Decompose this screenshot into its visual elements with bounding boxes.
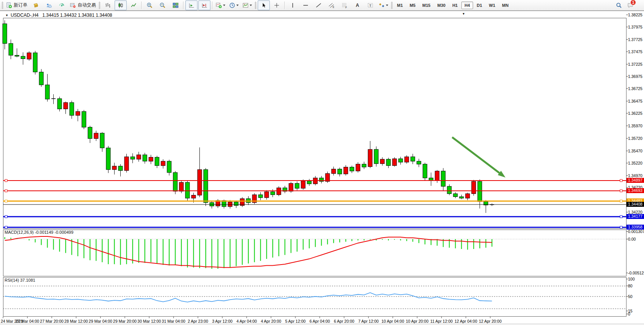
chat-button[interactable]: 1 <box>626 0 641 10</box>
timeframe-w1-button[interactable]: W1 <box>486 2 499 9</box>
timeframe-h1-button[interactable]: H1 <box>449 2 461 9</box>
rsi-axis-tick: 50 <box>628 294 633 299</box>
zoom-out-button[interactable] <box>156 0 169 10</box>
line-handle[interactable] <box>620 200 622 202</box>
chart-shift-button[interactable] <box>198 0 210 10</box>
signals-icon <box>59 2 65 8</box>
time-axis-label: 6 Apr 20:00 <box>334 319 354 323</box>
horizontal-line-button[interactable] <box>300 0 312 10</box>
trendline-icon <box>316 2 322 8</box>
time-axis-label: 10 Apr 04:00 <box>381 319 404 323</box>
search-button[interactable] <box>613 0 625 10</box>
toolbar-grip[interactable] <box>99 2 100 9</box>
line-handle[interactable] <box>620 179 622 182</box>
zoom-in-button[interactable] <box>143 0 156 10</box>
timeframe-m5-button[interactable]: M5 <box>406 2 418 9</box>
crosshair-button[interactable] <box>271 0 283 10</box>
tile-windows-button[interactable] <box>169 0 182 10</box>
new-order-button[interactable]: 新订单 <box>5 0 29 10</box>
templates-button[interactable] <box>241 0 253 10</box>
text-label-button[interactable]: T <box>364 0 376 10</box>
pane-frame <box>3 18 626 229</box>
time-axis-label: 27 Mar 04:00 <box>16 319 39 323</box>
chart-canvas[interactable] <box>0 11 644 325</box>
line-handle[interactable] <box>620 226 622 228</box>
horizontal-line-icon <box>303 2 309 8</box>
chevron-down-icon[interactable] <box>236 5 239 6</box>
mql5-icon <box>46 2 52 8</box>
price-axis-tick: 1.36725 <box>628 86 642 91</box>
macd-axis-tick: 0.001307 <box>628 229 644 234</box>
candlestick-icon <box>118 2 124 8</box>
crosshair-icon <box>274 2 280 8</box>
time-axis-label: 10 Apr 20:00 <box>406 319 429 323</box>
line-handle[interactable] <box>5 226 7 228</box>
price-axis-tick: 1.37975 <box>628 25 642 30</box>
chevron-down-icon[interactable] <box>386 5 388 6</box>
timeframe-h4-button[interactable]: H4 <box>461 2 473 9</box>
toolbar-grip[interactable] <box>2 2 3 9</box>
indicators-icon <box>216 2 222 8</box>
chart-shift-marker[interactable]: ▼ <box>462 12 465 16</box>
toolbar-grip[interactable] <box>391 2 393 9</box>
chevron-down-icon[interactable] <box>223 5 225 6</box>
timeframe-m1-button[interactable]: M1 <box>394 2 406 9</box>
zoom-in-icon <box>147 2 153 8</box>
line-chart-icon <box>131 2 137 8</box>
time-axis-label: 4 Apr 04:00 <box>236 319 257 323</box>
chart-window[interactable]: ▼ USDCAD-,H4 1.34415 1.34432 1.34381 1.3… <box>0 11 644 325</box>
mql5-community-button[interactable] <box>43 0 55 10</box>
price-axis-tick: 1.35470 <box>628 149 642 154</box>
time-axis-label: 5 Apr 12:00 <box>285 319 306 323</box>
bar-chart-button[interactable] <box>102 0 114 10</box>
timeframe-d1-button[interactable]: D1 <box>474 2 485 9</box>
price-axis-tick: 1.35720 <box>628 136 642 141</box>
chart-profile-button[interactable] <box>30 0 42 10</box>
chevron-down-icon[interactable] <box>250 5 252 6</box>
timeframe-m30-button[interactable]: M30 <box>434 2 448 9</box>
toolbar-grip[interactable] <box>255 2 257 9</box>
text-label-icon: T <box>367 2 373 8</box>
timeframe-mn-button[interactable]: MN <box>499 2 512 9</box>
periods-button[interactable] <box>228 0 240 10</box>
chart-title-bar: ▼ USDCAD-,H4 1.34415 1.34432 1.34381 1.3… <box>5 13 112 18</box>
auto-scroll-button[interactable] <box>185 0 198 10</box>
time-axis-label: 31 Mar 04:00 <box>162 319 185 323</box>
periods-icon <box>229 2 235 8</box>
line-chart-button[interactable] <box>128 0 140 10</box>
time-axis-label: 29 Mar 20:00 <box>113 319 137 323</box>
bar-chart-icon <box>105 2 111 8</box>
arrows-button[interactable] <box>377 0 390 10</box>
toolbar-separator <box>183 2 184 9</box>
rsi-axis-tick: 80 <box>628 284 633 289</box>
candlestick-chart-button[interactable] <box>115 0 127 10</box>
line-handle[interactable] <box>5 190 7 192</box>
chat-badge: 1 <box>630 0 636 5</box>
time-axis-label: 3 Apr 12:00 <box>212 319 233 323</box>
line-handle[interactable] <box>5 216 7 218</box>
price-axis-tick: 1.37725 <box>628 37 642 42</box>
rsi-indicator-label: RSI(14) 37.1081 <box>5 278 35 282</box>
search-icon <box>616 2 622 8</box>
line-handle[interactable] <box>5 179 7 182</box>
trendline-button[interactable] <box>312 0 325 10</box>
line-handle[interactable] <box>5 200 7 202</box>
chart-menu-triangle[interactable]: ▼ <box>5 14 8 17</box>
equidistant-channel-button[interactable]: E <box>325 0 338 10</box>
indicators-button[interactable] <box>214 0 227 10</box>
vertical-line-button[interactable] <box>287 0 299 10</box>
text-button[interactable]: A <box>351 0 363 10</box>
vertical-line-icon <box>290 2 296 8</box>
time-axis-label: 4 Apr 20:00 <box>261 319 281 323</box>
autotrading-button[interactable]: 自动交易 <box>69 0 97 10</box>
fibonacci-button[interactable]: F <box>338 0 351 10</box>
line-handle[interactable] <box>620 216 622 218</box>
macd-axis-tick: -0.005123 <box>628 271 644 276</box>
price-axis-tick: 1.37475 <box>628 49 642 54</box>
rsi-axis-tick: 100 <box>628 277 635 282</box>
cursor-button[interactable] <box>258 0 270 10</box>
timeframe-m15-button[interactable]: M15 <box>419 2 434 9</box>
signals-button[interactable] <box>56 0 68 10</box>
time-axis-label: 27 Mar 20:00 <box>40 319 64 323</box>
line-handle[interactable] <box>620 190 622 192</box>
